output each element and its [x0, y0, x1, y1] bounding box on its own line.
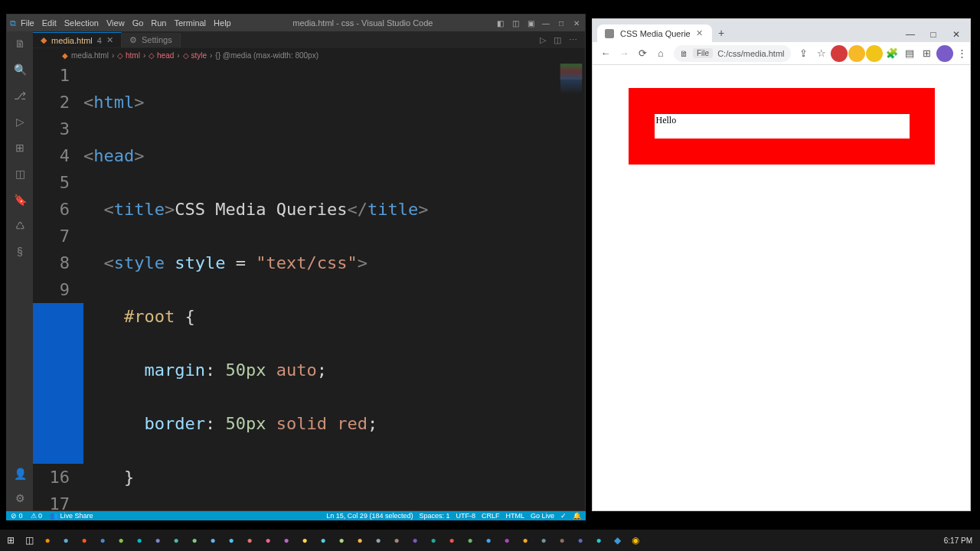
- ext-icon-1[interactable]: [831, 45, 848, 62]
- reading-list-icon[interactable]: ▤: [901, 45, 918, 62]
- tab-settings[interactable]: ⚙ Settings: [122, 33, 181, 47]
- status-warnings[interactable]: ⚠ 0: [31, 512, 43, 520]
- maximize-icon[interactable]: □: [923, 27, 944, 42]
- gear-icon[interactable]: ⚙: [12, 491, 28, 506]
- ext-icon-3[interactable]: [866, 45, 883, 62]
- extensions-icon[interactable]: 🧩: [884, 45, 900, 62]
- taskbar-app-icon[interactable]: ●: [444, 533, 459, 548]
- crumb-file[interactable]: media.html: [71, 51, 109, 60]
- menu-file[interactable]: File: [21, 18, 34, 28]
- explorer-icon[interactable]: 🗎: [12, 36, 28, 51]
- menu-edit[interactable]: Edit: [42, 18, 57, 28]
- status-check-icon[interactable]: ✓: [560, 512, 567, 520]
- menu-view[interactable]: View: [106, 18, 125, 28]
- taskbar-app-icon[interactable]: ●: [389, 533, 404, 548]
- taskbar-app-icon[interactable]: ●: [279, 533, 294, 548]
- crumb-style[interactable]: ◇ style: [183, 51, 207, 60]
- split-icon[interactable]: ◫: [554, 35, 561, 45]
- run-debug-icon[interactable]: ▷: [12, 114, 28, 129]
- taskbar-app-icon[interactable]: ●: [58, 533, 74, 548]
- back-icon[interactable]: ←: [597, 45, 614, 62]
- taskbar-app-icon[interactable]: ●: [462, 533, 478, 548]
- close-icon[interactable]: ✕: [946, 27, 967, 42]
- taskbar-chrome-icon[interactable]: ◉: [628, 533, 643, 548]
- status-errors[interactable]: ⊘ 0: [11, 512, 23, 520]
- taskbar-app-icon[interactable]: ●: [426, 533, 441, 548]
- status-cursor[interactable]: Ln 15, Col 29 (184 selected): [326, 512, 413, 520]
- taskbar-app-icon[interactable]: ●: [315, 533, 331, 548]
- home-icon[interactable]: ⌂: [652, 45, 669, 62]
- close-icon[interactable]: ✕: [571, 18, 582, 28]
- status-lang[interactable]: HTML: [505, 512, 524, 520]
- account-icon[interactable]: 👤: [12, 466, 28, 481]
- source-control-icon[interactable]: ⎇: [12, 88, 28, 103]
- taskbar-vscode-icon[interactable]: ◆: [609, 533, 625, 548]
- taskbar-app-icon[interactable]: ●: [113, 533, 129, 548]
- share-icon[interactable]: ⇪: [795, 45, 812, 62]
- taskbar-app-icon[interactable]: ●: [132, 533, 147, 548]
- menu-help[interactable]: Help: [214, 18, 231, 28]
- crumb-rule[interactable]: {} @media (max-width: 800px): [215, 51, 318, 60]
- task-view-icon[interactable]: ◫: [21, 533, 37, 548]
- taskbar-app-icon[interactable]: ●: [297, 533, 312, 548]
- remote-icon[interactable]: ◫: [12, 166, 28, 181]
- layout-toggle2-icon[interactable]: ◫: [510, 18, 521, 28]
- taskbar-app-icon[interactable]: ●: [168, 533, 184, 548]
- browser-tab[interactable]: CSS Media Queries ✕: [597, 24, 712, 42]
- taskbar-app-icon[interactable]: ●: [481, 533, 496, 548]
- layout-toggle-icon[interactable]: ◧: [495, 18, 505, 28]
- taskbar-app-icon[interactable]: ●: [95, 533, 110, 548]
- profile-avatar[interactable]: [936, 45, 953, 62]
- status-encoding[interactable]: UTF-8: [456, 512, 475, 520]
- star-icon[interactable]: ☆: [813, 45, 830, 62]
- taskbar-app-icon[interactable]: ●: [591, 533, 606, 548]
- taskbar-app-icon[interactable]: ●: [150, 533, 165, 548]
- testing-icon[interactable]: ♺: [12, 218, 28, 233]
- status-liveshare[interactable]: 👥 Live Share: [50, 512, 93, 520]
- taskbar-app-icon[interactable]: ●: [407, 533, 423, 548]
- new-tab-button[interactable]: +: [712, 24, 730, 42]
- crumb-head[interactable]: ◇ head: [149, 51, 174, 60]
- minimize-icon[interactable]: —: [900, 27, 921, 42]
- menu-icon[interactable]: ⋮: [954, 45, 971, 62]
- taskbar-app-icon[interactable]: ●: [40, 533, 55, 548]
- tab-close-icon[interactable]: ✕: [106, 35, 113, 45]
- misc-icon[interactable]: §: [12, 244, 28, 259]
- tab-close-icon[interactable]: ✕: [696, 28, 703, 38]
- downloads-icon[interactable]: ⊞: [919, 45, 936, 62]
- search-icon[interactable]: 🔍: [12, 62, 28, 77]
- tab-media-html[interactable]: ◆ media.html 4 ✕: [33, 32, 122, 47]
- status-golive[interactable]: Go Live: [531, 512, 554, 520]
- menu-go[interactable]: Go: [132, 18, 144, 28]
- minimize-icon[interactable]: —: [541, 18, 551, 28]
- taskbar-app-icon[interactable]: ●: [352, 533, 368, 548]
- menu-run[interactable]: Run: [151, 18, 166, 28]
- status-eol[interactable]: CRLF: [482, 512, 500, 520]
- taskbar-app-icon[interactable]: ●: [573, 533, 588, 548]
- status-bell-icon[interactable]: 🔔: [573, 512, 581, 520]
- more-icon[interactable]: ⋯: [569, 35, 577, 45]
- code-content[interactable]: <html> <head> <title>CSS Media Queries</…: [83, 62, 568, 510]
- extensions-icon[interactable]: ⊞: [12, 140, 28, 155]
- forward-icon[interactable]: →: [616, 45, 632, 62]
- taskbar-app-icon[interactable]: ●: [260, 533, 276, 548]
- taskbar-app-icon[interactable]: ●: [371, 533, 386, 548]
- taskbar-app-icon[interactable]: ●: [518, 533, 533, 548]
- crumb-html[interactable]: ◇ html: [117, 51, 140, 60]
- taskbar-app-icon[interactable]: ●: [242, 533, 257, 548]
- taskbar-app-icon[interactable]: ●: [77, 533, 92, 548]
- status-spaces[interactable]: Spaces: 1: [419, 512, 449, 520]
- bookmark-icon[interactable]: 🔖: [12, 192, 28, 207]
- code-editor[interactable]: 1 2 3 4 5 6 7 8 9 10 11 12 13 14 15 16 1: [33, 62, 585, 510]
- menu-terminal[interactable]: Terminal: [175, 18, 207, 28]
- taskbar-clock[interactable]: 6:17 PM: [944, 536, 977, 545]
- taskbar-app-icon[interactable]: ●: [536, 533, 551, 548]
- start-icon[interactable]: ⊞: [3, 533, 18, 548]
- reload-icon[interactable]: ⟳: [634, 45, 651, 62]
- url-bar[interactable]: 🗎 File C:/css/media.html: [674, 45, 791, 62]
- taskbar-app-icon[interactable]: ●: [499, 533, 514, 548]
- layout-toggle3-icon[interactable]: ▣: [525, 18, 536, 28]
- ext-icon-2[interactable]: [848, 45, 865, 62]
- breadcrumb[interactable]: ◆ media.html › ◇ html › ◇ head › ◇ style…: [33, 48, 585, 62]
- taskbar-app-icon[interactable]: ●: [334, 533, 349, 548]
